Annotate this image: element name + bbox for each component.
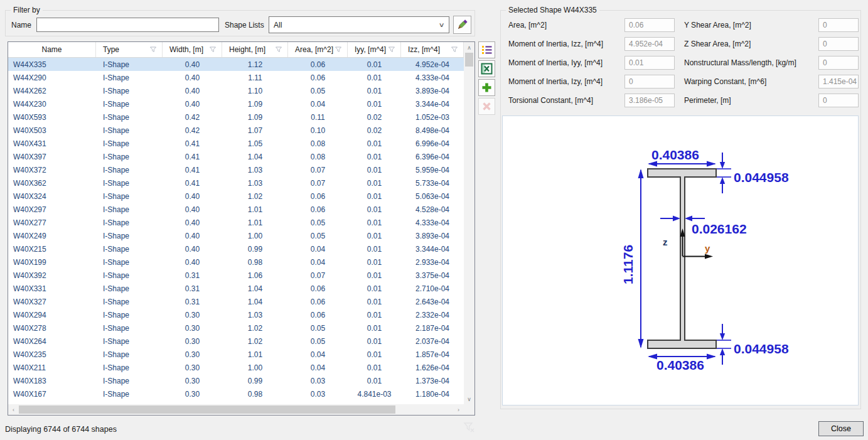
cell-height: 1.01 [222,350,288,359]
inertia-iyy-field[interactable]: 0.01 [624,56,675,70]
table-row[interactable]: W40X215 I-Shape 0.40 0.99 0.04 0.01 3.34… [8,242,464,255]
name-input[interactable] [36,18,219,32]
inertia-izy-field[interactable]: 0 [624,75,675,89]
filter-icon[interactable] [209,46,217,53]
cell-name: W40X297 [8,205,96,214]
cell-type: I-Shape [96,350,163,359]
filter-icon[interactable] [388,46,395,53]
scroll-right-icon[interactable]: › [453,404,464,415]
table-row[interactable]: W40X249 I-Shape 0.40 1.00 0.05 0.01 3.89… [8,229,464,242]
perimeter-field[interactable]: 0 [818,94,859,107]
table-row[interactable]: W40X392 I-Shape 0.31 1.06 0.07 0.01 3.37… [8,269,464,282]
table-row[interactable]: W40X331 I-Shape 0.31 1.04 0.06 0.01 2.71… [8,282,464,295]
column-header-area[interactable]: Area, [m^2] [288,42,348,57]
area-field[interactable]: 0.06 [624,18,675,32]
cell-height: 0.99 [222,245,288,254]
filter-groupbox-label: Filter by [11,6,43,14]
table-row[interactable]: W44X230 I-Shape 0.40 1.09 0.04 0.01 3.34… [8,97,464,110]
table-row[interactable]: W40X183 I-Shape 0.30 0.99 0.03 0.01 1.37… [8,374,464,387]
vertical-scroll-thumb[interactable] [465,53,473,67]
column-header-width[interactable]: Width, [m] [163,42,222,57]
z-shear-area-field[interactable]: 0 [818,37,859,51]
cell-area: 0.06 [288,311,348,319]
table-row[interactable]: W40X278 I-Shape 0.30 1.02 0.05 0.01 2.18… [8,321,464,335]
column-header-iyy[interactable]: Iyy, [m^4] [348,42,401,57]
horizontal-scrollbar[interactable]: ‹ › [8,404,464,415]
column-header-izz[interactable]: Izz, [m^4] [401,42,464,57]
table-row[interactable]: W40X431 I-Shape 0.41 1.05 0.08 0.01 6.99… [8,137,464,150]
add-shape-button[interactable] [478,79,495,96]
warping-constant-field[interactable]: 1.415e-04 [818,75,859,89]
cell-name: W44X262 [8,87,96,95]
cell-name: W40X264 [8,337,96,346]
table-row[interactable]: W40X362 I-Shape 0.41 1.03 0.07 0.01 5.73… [8,176,464,190]
clear-filter-icon[interactable] [463,421,476,434]
table-row[interactable]: W44X262 I-Shape 0.40 1.10 0.05 0.01 3.89… [8,84,464,97]
shape-lists-dropdown[interactable]: All ∨ [269,16,449,33]
table-row[interactable]: W40X503 I-Shape 0.42 1.07 0.10 0.02 8.49… [8,124,464,137]
cell-width: 0.40 [163,205,222,214]
export-excel-button[interactable] [478,60,495,77]
inertia-izz-field[interactable]: 4.952e-04 [624,37,675,51]
cell-width: 0.40 [163,100,222,109]
column-header-height[interactable]: Height, [m] [222,42,288,57]
scroll-down-icon[interactable]: ∨ [464,394,474,404]
cell-width: 0.30 [163,324,222,333]
cell-type: I-Shape [96,363,163,372]
cell-width: 0.40 [163,218,222,227]
cell-height: 1.03 [222,311,288,319]
table-row[interactable]: W40X297 I-Shape 0.40 1.01 0.06 0.01 4.52… [8,203,464,216]
table-row[interactable]: W40X167 I-Shape 0.30 0.98 0.03 4.841e-03… [8,387,464,400]
excel-icon [481,63,493,75]
y-shear-area-field[interactable]: 0 [818,18,859,32]
cell-name: W44X290 [8,73,96,82]
edit-shape-lists-button[interactable] [453,16,471,34]
table-row[interactable]: W40X324 I-Shape 0.40 1.02 0.06 0.01 5.06… [8,190,464,203]
horizontal-scroll-thumb[interactable] [19,405,395,414]
view-list-button[interactable] [478,41,495,58]
cell-type: I-Shape [96,311,163,319]
cell-type: I-Shape [96,390,163,399]
filter-icon[interactable] [149,46,157,53]
cell-izz: 3.344e-04 [401,245,464,254]
vertical-scrollbar[interactable]: ∧ ∨ [464,42,474,404]
filter-icon[interactable] [451,46,458,53]
cell-iyy: 0.01 [348,166,401,174]
cell-izz: 5.733e-04 [401,179,464,188]
table-row[interactable]: W40X264 I-Shape 0.30 1.02 0.05 0.01 2.03… [8,335,464,348]
scroll-left-icon[interactable]: ‹ [8,404,19,415]
nonstructural-mass-label: Nonstructural Mass/length, [kg/m] [684,58,796,67]
table-row[interactable]: W44X290 I-Shape 0.40 1.11 0.06 0.01 4.33… [8,71,464,84]
cell-width: 0.31 [163,284,222,293]
table-row[interactable]: W40X211 I-Shape 0.30 1.00 0.04 0.01 1.62… [8,361,464,374]
table-row[interactable]: W40X327 I-Shape 0.31 1.04 0.06 0.01 2.64… [8,295,464,308]
delete-shape-button[interactable] [478,98,495,115]
nonstructural-mass-field[interactable]: 0 [818,56,859,70]
table-row[interactable]: W40X294 I-Shape 0.30 1.03 0.06 0.01 2.33… [8,308,464,321]
cell-type: I-Shape [96,284,163,293]
status-text: Displaying 6744 of 6744 shapes [5,425,117,434]
cell-height: 1.09 [222,113,288,122]
close-button[interactable]: Close [818,421,864,436]
column-header-name[interactable]: Name [8,42,96,57]
filter-icon[interactable] [335,46,342,53]
cell-width: 0.41 [163,153,222,161]
scroll-up-icon[interactable]: ∧ [464,42,474,53]
cell-width: 0.42 [163,126,222,135]
table-row[interactable]: W40X277 I-Shape 0.40 1.01 0.05 0.01 4.33… [8,216,464,229]
cell-izz: 4.952e-04 [401,60,464,69]
cell-iyy: 0.01 [348,139,401,148]
filter-icon[interactable] [275,46,282,53]
table-row[interactable]: W40X397 I-Shape 0.41 1.04 0.08 0.01 6.39… [8,150,464,163]
table-row[interactable]: W40X235 I-Shape 0.30 1.01 0.04 0.01 1.85… [8,348,464,361]
cell-type: I-Shape [96,271,163,280]
torsional-constant-field[interactable]: 3.186e-05 [624,94,675,107]
area-label: Area, [m^2] [508,21,547,30]
table-row[interactable]: W40X372 I-Shape 0.41 1.03 0.07 0.01 5.95… [8,163,464,176]
table-row[interactable]: W40X199 I-Shape 0.40 0.98 0.04 0.01 2.93… [8,255,464,269]
cell-izz: 5.959e-04 [401,166,464,174]
column-header-type[interactable]: Type [96,42,163,57]
cell-izz: 5.063e-04 [401,192,464,201]
table-row[interactable]: W44X335 I-Shape 0.40 1.12 0.06 0.01 4.95… [8,58,464,71]
table-row[interactable]: W40X593 I-Shape 0.42 1.09 0.11 0.02 1.05… [8,110,464,124]
